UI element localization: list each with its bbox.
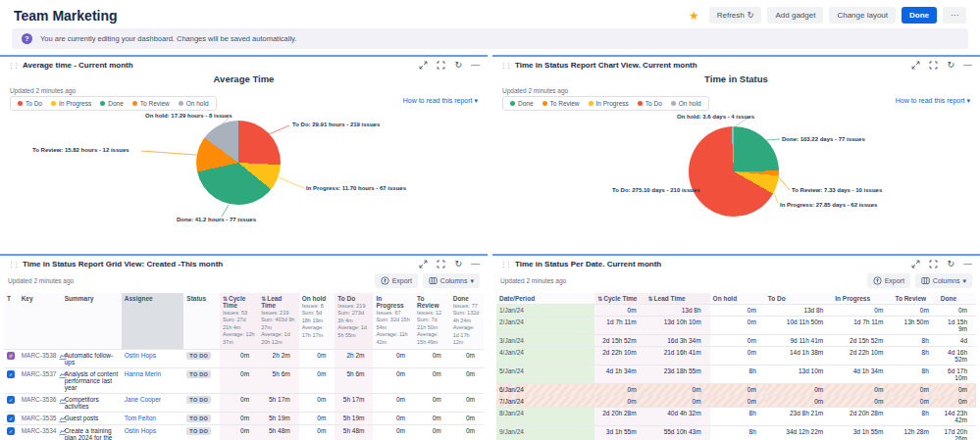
assignee-link[interactable]: Ostin Hops — [125, 427, 156, 434]
chart-legend: DoneTo ReviewIn ProgressTo DoOn hold — [502, 96, 709, 111]
gadget-title: Time in Status Report Grid View: Created… — [23, 260, 223, 269]
columns-label: Columns — [440, 277, 468, 284]
change-layout-button[interactable]: Change layout — [829, 7, 896, 24]
column-header-assignee: Assignee — [122, 293, 184, 349]
export-button[interactable]: Export — [867, 273, 910, 288]
resize-icon[interactable] — [419, 260, 428, 269]
legend-item-done[interactable]: Done — [510, 100, 534, 107]
time-value-cell: 2d 15h 52m — [594, 335, 645, 347]
updated-label: Updated 2 minutes ago — [10, 87, 76, 94]
refresh-gadget-icon[interactable]: ↻ — [947, 61, 954, 70]
resize-icon[interactable] — [419, 61, 428, 70]
time-value-cell: 0m — [710, 396, 765, 408]
column-header-cycle-time[interactable]: ⇅Cycle TimeIssues: 53Sum: 27d 21h 4mAver… — [220, 293, 258, 349]
legend-item-on-hold[interactable]: On hold — [179, 100, 209, 107]
date-cell: 5/Jan/24 — [496, 366, 594, 384]
fullscreen-icon[interactable] — [929, 260, 938, 269]
column-label: Summary — [65, 295, 94, 302]
columns-button[interactable]: Columns▾ — [915, 273, 972, 288]
assignee-cell: Ostin Hops — [122, 349, 184, 367]
sort-icon[interactable]: ⇅ — [648, 296, 653, 302]
legend-item-to-do[interactable]: To Do — [638, 100, 662, 107]
time-value-cell: 0m — [299, 424, 335, 440]
task-type-icon: ✓ — [7, 396, 15, 404]
column-label: To Review — [895, 295, 926, 302]
gadget1-pie[interactable] — [196, 121, 281, 205]
column-header-t: T — [4, 293, 19, 349]
legend-item-in-progress[interactable]: In Progress — [51, 100, 91, 107]
issue-key[interactable]: MARC-3536 — [22, 396, 57, 403]
gadget2-pie[interactable] — [689, 126, 779, 217]
legend-item-in-progress[interactable]: In Progress — [589, 100, 629, 107]
column-label: Done — [453, 295, 469, 302]
favorite-star-icon[interactable]: ★ — [689, 9, 699, 23]
done-button[interactable]: Done — [902, 7, 937, 24]
legend-label: Done — [518, 100, 534, 107]
time-value-cell: 0m — [892, 384, 937, 396]
fullscreen-icon[interactable] — [929, 61, 938, 70]
minimize-icon[interactable]: — — [471, 61, 480, 70]
column-label: Status — [186, 295, 206, 302]
refresh-gadget-icon[interactable]: ↻ — [454, 260, 462, 269]
time-value-cell: 0m — [938, 396, 976, 408]
legend-dot — [542, 101, 547, 106]
assignee-link[interactable]: Jane Cooper — [125, 396, 161, 403]
more-button[interactable]: ⋯ — [943, 7, 966, 24]
time-value-cell: 0m — [373, 367, 414, 393]
assignee-link[interactable]: Hanna Merin — [125, 370, 161, 377]
drag-handle-icon[interactable]: ⋮⋮ — [8, 261, 18, 269]
time-value-cell: 1d 15h 9m — [938, 317, 976, 335]
issue-key[interactable]: MARC-3538 — [22, 352, 57, 359]
export-button[interactable]: Export — [375, 273, 418, 288]
column-stats: Issues: 8Sum: 5d 18h 19mAverage: 17h 17m — [302, 303, 333, 339]
legend-item-on-hold[interactable]: On hold — [671, 100, 701, 107]
drag-handle-icon[interactable]: ⋮⋮ — [500, 62, 510, 70]
minimize-icon[interactable]: — — [963, 260, 972, 269]
resize-icon[interactable] — [911, 260, 920, 269]
column-label: On hold — [713, 295, 738, 302]
time-value-cell: 5h 48m — [335, 424, 373, 440]
issue-key-cell: MARC-3537 — [19, 367, 62, 393]
column-header-lead-time[interactable]: ⇅Lead TimeIssues: 219Sum: 403d 9h 27mAve… — [258, 293, 299, 349]
status-cell: TO DO — [183, 393, 220, 412]
add-gadget-button[interactable]: Add gadget — [767, 7, 823, 24]
time-value-cell: 0m — [450, 412, 484, 424]
sort-icon[interactable]: ⇅ — [597, 296, 602, 302]
time-value-cell: 0m — [938, 384, 976, 396]
drag-handle-icon[interactable]: ⋮⋮ — [500, 261, 510, 269]
legend-dot — [671, 101, 676, 106]
column-header-cycle-time[interactable]: ⇅Cycle Time — [594, 293, 645, 305]
pie-label: To Review: 15.82 hours - 12 issues — [32, 147, 129, 153]
legend-item-to-do[interactable]: To Do — [18, 100, 42, 107]
refresh-gadget-icon[interactable]: ↻ — [454, 61, 462, 70]
legend-item-to-review[interactable]: To Review — [132, 100, 170, 107]
time-value-cell: 8h — [892, 347, 937, 366]
legend-item-done[interactable]: Done — [100, 100, 124, 107]
time-value-cell: 0m — [414, 349, 450, 367]
column-label: Lead Time — [654, 295, 686, 302]
assignee-link[interactable]: Tom Felton — [125, 415, 156, 421]
time-value-cell: 23d 18h 55m — [645, 366, 710, 384]
edit-mode-banner: ? You are currently editing your dashboa… — [12, 28, 968, 49]
refresh-button[interactable]: Refresh↻ — [709, 7, 762, 24]
issue-key[interactable]: MARC-3537 — [22, 370, 57, 377]
assignee-link[interactable]: Ostin Hops — [125, 352, 156, 359]
how-to-read-link[interactable]: How to read this report ▾ — [896, 97, 970, 105]
issue-key[interactable]: MARC-3535 — [22, 415, 57, 421]
refresh-gadget-icon[interactable]: ↻ — [947, 260, 954, 269]
how-to-read-link[interactable]: How to read this report ▾ — [403, 97, 478, 105]
columns-button[interactable]: Columns▾ — [423, 273, 480, 288]
fullscreen-icon[interactable] — [437, 260, 445, 269]
minimize-icon[interactable]: — — [963, 61, 972, 70]
resize-icon[interactable] — [911, 61, 920, 70]
issue-key[interactable]: MARC-3534 — [22, 427, 57, 434]
legend-label: On hold — [186, 100, 209, 107]
drag-handle-icon[interactable]: ⋮⋮ — [8, 62, 18, 70]
fullscreen-icon[interactable] — [437, 61, 445, 70]
legend-item-to-review[interactable]: To Review — [542, 100, 580, 107]
minimize-icon[interactable]: — — [471, 260, 480, 269]
column-stats: Issues: 219Sum: 403d 9h 27mAverage: 1d 2… — [261, 310, 296, 346]
time-value-cell: 34d 12h 22m — [765, 426, 832, 440]
time-value-cell: 1d 7h 11m — [832, 317, 892, 335]
column-header-lead-time[interactable]: ⇅Lead Time — [645, 293, 710, 305]
